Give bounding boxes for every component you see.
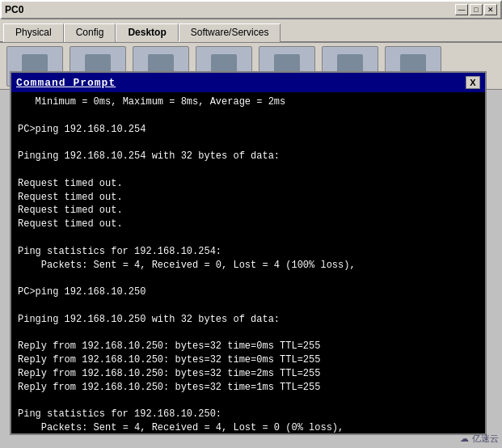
maximize-button[interactable]: □ bbox=[470, 4, 483, 15]
minimize-button[interactable]: — bbox=[455, 4, 468, 15]
tab-physical[interactable]: Physical bbox=[3, 23, 64, 42]
cmd-close-button[interactable]: X bbox=[466, 76, 480, 89]
tab-bar: Physical Config Desktop Software/Service… bbox=[0, 19, 502, 43]
tab-config[interactable]: Config bbox=[64, 23, 116, 42]
cloud-icon: ☁ bbox=[460, 433, 469, 444]
window-title-bar: PC0 — □ ✕ bbox=[0, 0, 502, 19]
cmd-title-bar: Command Prompt X bbox=[11, 73, 485, 92]
watermark-text: 亿速云 bbox=[472, 433, 499, 445]
close-button[interactable]: ✕ bbox=[484, 4, 497, 15]
tab-desktop[interactable]: Desktop bbox=[116, 23, 178, 42]
cmd-window: Command Prompt X Minimum = 0ms, Maximum … bbox=[10, 71, 487, 435]
title-bar-left: PC0 bbox=[5, 4, 23, 15]
watermark: ☁ 亿速云 bbox=[460, 433, 499, 445]
tab-software-services[interactable]: Software/Services bbox=[179, 23, 281, 42]
cmd-body[interactable]: Minimum = 0ms, Maximum = 8ms, Average = … bbox=[11, 92, 485, 433]
cmd-output: Minimum = 0ms, Maximum = 8ms, Average = … bbox=[18, 96, 356, 433]
cmd-title-text: Command Prompt bbox=[16, 77, 116, 89]
window-controls: — □ ✕ bbox=[455, 4, 497, 15]
window-title: PC0 bbox=[5, 4, 23, 15]
